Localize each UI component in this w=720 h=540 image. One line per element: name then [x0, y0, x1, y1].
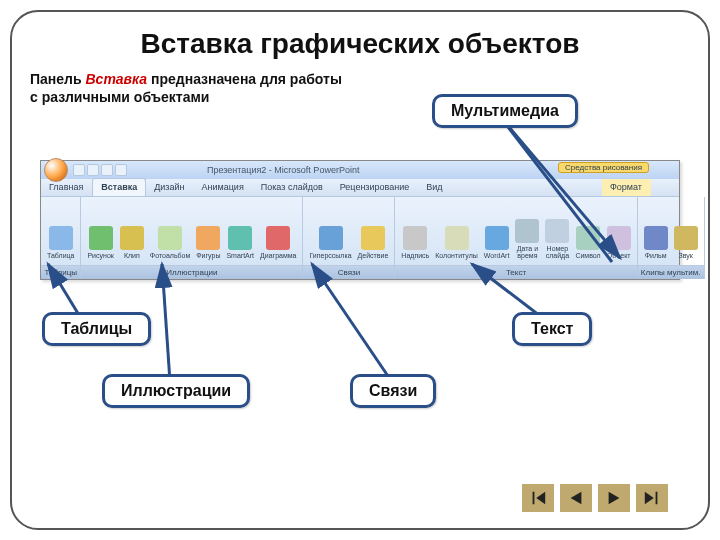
- ribbon-item[interactable]: Гиперссылка: [307, 200, 353, 262]
- ribbon-item-label: Символ: [575, 252, 600, 260]
- ribbon-item-label: WordArt: [484, 252, 510, 260]
- nav-last-button[interactable]: [636, 484, 668, 512]
- ribbon-item[interactable]: Объект: [605, 200, 633, 262]
- ribbon-group: ФильмЗвукКлипы мультим.: [638, 197, 705, 279]
- ribbon-item-icon: [674, 226, 698, 250]
- ribbon-item-label: Клип: [124, 252, 140, 260]
- callout-links: Связи: [350, 374, 436, 408]
- ribbon-item[interactable]: SmartArt: [224, 200, 256, 262]
- ribbon-item-label: Диаграмма: [260, 252, 296, 260]
- nav-buttons: [522, 484, 668, 512]
- ribbon-item-label: Дата и время: [515, 245, 539, 260]
- ribbon-item[interactable]: Фильм: [642, 200, 670, 262]
- quick-access-toolbar[interactable]: [73, 164, 127, 176]
- ribbon-item-icon: [228, 226, 252, 250]
- ribbon-item-icon: [120, 226, 144, 250]
- ribbon-item-label: Объект: [607, 252, 631, 260]
- ribbon-item[interactable]: Таблица: [45, 200, 76, 262]
- ribbon-item-icon: [445, 226, 469, 250]
- ribbon-group: ГиперссылкаДействиеСвязи: [303, 197, 395, 279]
- ribbon-item-icon: [576, 226, 600, 250]
- ribbon-item[interactable]: Действие: [356, 200, 391, 262]
- ribbon-item-icon: [485, 226, 509, 250]
- ribbon-group: ТаблицаТаблицы: [41, 197, 81, 279]
- ribbon-item-label: Действие: [358, 252, 389, 260]
- ribbon-item[interactable]: Рисунок: [85, 200, 115, 262]
- tab-slideshow[interactable]: Показ слайдов: [253, 179, 332, 196]
- tab-review[interactable]: Рецензирование: [332, 179, 419, 196]
- ribbon-group-label: Иллюстрации: [81, 265, 302, 279]
- window-title: Презентация2 - Microsoft PowerPoint: [207, 165, 359, 175]
- ribbon-item-icon: [89, 226, 113, 250]
- svg-line-4: [312, 264, 392, 382]
- contextual-tools-label: Средства рисования: [558, 162, 649, 173]
- ribbon-item-icon: [545, 219, 569, 243]
- ribbon-item-icon: [607, 226, 631, 250]
- callout-illustrations: Иллюстрации: [102, 374, 250, 408]
- tab-home[interactable]: Главная: [41, 179, 92, 196]
- nav-first-button[interactable]: [522, 484, 554, 512]
- ribbon-item-label: Гиперссылка: [309, 252, 351, 260]
- tab-animation[interactable]: Анимация: [194, 179, 253, 196]
- callout-tables: Таблицы: [42, 312, 151, 346]
- ribbon-item-label: Звук: [678, 252, 692, 260]
- ribbon-body: ТаблицаТаблицыРисунокКлипФотоальбомФигур…: [41, 197, 679, 279]
- svg-line-3: [162, 264, 170, 382]
- ribbon-group-label: Связи: [303, 265, 394, 279]
- ribbon-item[interactable]: Диаграмма: [258, 200, 298, 262]
- callout-multimedia: Мультимедиа: [432, 94, 578, 128]
- ribbon-item[interactable]: Дата и время: [513, 200, 541, 262]
- tab-design[interactable]: Дизайн: [146, 179, 193, 196]
- nav-next-button[interactable]: [598, 484, 630, 512]
- page-title: Вставка графических объектов: [30, 28, 690, 60]
- ribbon-item[interactable]: WordArt: [482, 200, 512, 262]
- window-titlebar: Презентация2 - Microsoft PowerPoint Сред…: [41, 161, 679, 179]
- ribbon-item[interactable]: Звук: [672, 200, 700, 262]
- tab-view[interactable]: Вид: [418, 179, 451, 196]
- ribbon-item-label: Рисунок: [87, 252, 113, 260]
- callout-text: Текст: [512, 312, 592, 346]
- nav-prev-button[interactable]: [560, 484, 592, 512]
- ribbon-item[interactable]: Символ: [573, 200, 602, 262]
- ribbon-item-label: Номер слайда: [545, 245, 569, 260]
- ribbon-item[interactable]: Колонтитулы: [433, 200, 480, 262]
- ribbon-screenshot: Презентация2 - Microsoft PowerPoint Сред…: [40, 160, 680, 280]
- ribbon-group: РисунокКлипФотоальбомФигурыSmartArtДиагр…: [81, 197, 303, 279]
- ribbon-item-icon: [266, 226, 290, 250]
- ribbon-item-icon: [158, 226, 182, 250]
- ribbon-item-icon: [515, 219, 539, 243]
- ribbon-item[interactable]: Фотоальбом: [148, 200, 192, 262]
- ribbon-group: НадписьКолонтитулыWordArtДата и времяНом…: [395, 197, 637, 279]
- ribbon-group-label: Клипы мультим.: [638, 265, 704, 279]
- ribbon-item-label: Фотоальбом: [150, 252, 190, 260]
- ribbon-item-icon: [403, 226, 427, 250]
- ribbon-item-icon: [361, 226, 385, 250]
- ribbon-item-label: Колонтитулы: [435, 252, 478, 260]
- ribbon-item-label: Фильм: [645, 252, 667, 260]
- tab-insert[interactable]: Вставка: [92, 178, 146, 196]
- ribbon-item-label: Надпись: [401, 252, 429, 260]
- tab-format[interactable]: Формат: [602, 179, 651, 196]
- description: Панель Вставка предназначена для работы …: [30, 70, 350, 106]
- ribbon-item-label: SmartArt: [226, 252, 254, 260]
- ribbon-item-label: Таблица: [47, 252, 74, 260]
- ribbon-item-label: Фигуры: [196, 252, 220, 260]
- ribbon-tabs: Главная Вставка Дизайн Анимация Показ сл…: [41, 179, 679, 197]
- ribbon-group-label: Текст: [395, 265, 636, 279]
- ribbon-item-icon: [196, 226, 220, 250]
- ribbon-item-icon: [644, 226, 668, 250]
- ribbon-item-icon: [49, 226, 73, 250]
- ribbon-item[interactable]: Фигуры: [194, 200, 222, 262]
- ribbon-item[interactable]: Номер слайда: [543, 200, 571, 262]
- ribbon-item[interactable]: Клип: [118, 200, 146, 262]
- ribbon-group-label: Таблицы: [41, 265, 80, 279]
- ribbon-item-icon: [319, 226, 343, 250]
- ribbon-item[interactable]: Надпись: [399, 200, 431, 262]
